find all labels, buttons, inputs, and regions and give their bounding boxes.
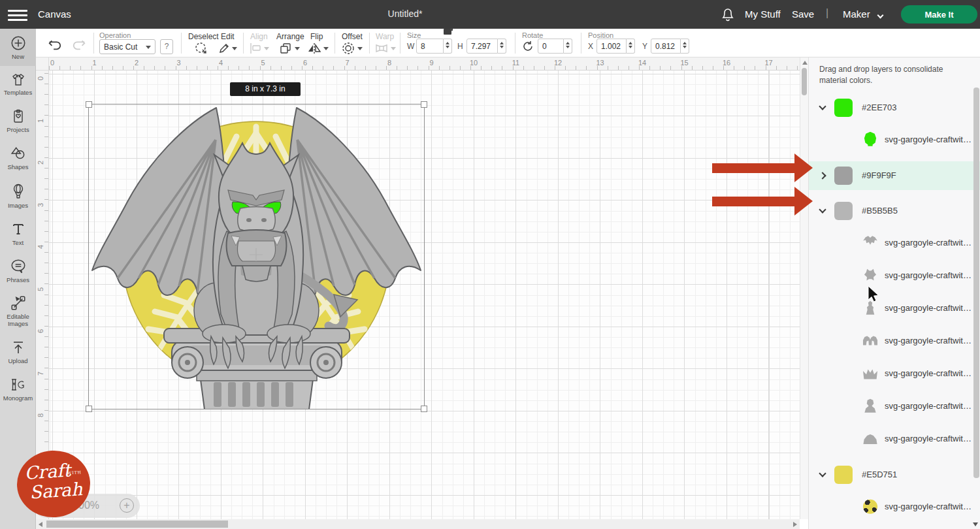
warp-icon[interactable]: [374, 42, 389, 55]
y-input[interactable]: 0.812: [651, 39, 681, 54]
x-stepper[interactable]: [627, 39, 635, 54]
sidebar-item-phrases[interactable]: Phrases: [0, 252, 36, 289]
horizontal-scroll-thumb[interactable]: [46, 521, 228, 528]
deselect-icon[interactable]: [195, 42, 208, 55]
rotate-icon[interactable]: [522, 40, 534, 52]
layer-row[interactable]: svg-gargoyle-craftwithsa...: [809, 261, 980, 291]
flip-icon[interactable]: [307, 42, 321, 55]
layer-name: svg-gargoyle-craftwithsa...: [885, 434, 976, 443]
ruler-number: 3: [174, 59, 184, 67]
ruler-number: 12: [553, 59, 563, 67]
y-stepper[interactable]: [681, 39, 689, 54]
layer-row[interactable]: svg-gargoyle-craftwithsa...: [809, 326, 980, 356]
resize-handle-bottom-right[interactable]: [421, 406, 427, 412]
color-group-row[interactable]: #E5D751: [809, 460, 980, 489]
operation-dropdown[interactable]: Basic Cut: [99, 39, 155, 54]
sidebar-item-monogram[interactable]: Monogram: [0, 370, 36, 408]
scroll-left-arrow-icon[interactable]: [39, 522, 42, 527]
layer-row[interactable]: svg-gargoyle-craftwithsa...: [809, 391, 980, 421]
color-group-row[interactable]: #B5B5B5: [809, 197, 980, 225]
sidebar-item-text[interactable]: Text: [0, 215, 36, 252]
height-stepper[interactable]: [498, 39, 506, 54]
canvas-vertical-scrollbar[interactable]: [800, 57, 808, 519]
document-title[interactable]: Untitled*: [353, 8, 457, 19]
chevron-down-icon[interactable]: [232, 47, 237, 50]
make-it-button[interactable]: Make It: [901, 5, 977, 24]
height-input[interactable]: 7.297: [466, 39, 498, 54]
color-hex-label: #2EE703: [862, 103, 897, 112]
resize-handle-bottom-left[interactable]: [86, 406, 92, 412]
sidebar-item-editable-images[interactable]: Editable Images: [0, 289, 36, 333]
color-swatch[interactable]: [834, 99, 853, 117]
sidebar-item-label: Projects: [1, 127, 35, 134]
design-canvas[interactable]: 8 in x 7.3 in: [49, 71, 800, 519]
zoom-in-icon[interactable]: +: [120, 498, 134, 513]
x-input[interactable]: 1.002: [596, 39, 627, 54]
ruler-number: 4: [37, 242, 47, 252]
notifications-bell-icon[interactable]: [721, 7, 734, 24]
projects-icon: [1, 108, 35, 125]
width-stepper[interactable]: [444, 39, 452, 54]
chevron-down-icon[interactable]: [819, 470, 826, 477]
offset-icon[interactable]: [342, 42, 355, 55]
chevron-down-icon[interactable]: [819, 103, 826, 110]
layer-row[interactable]: svg-gargoyle-craftwithsa...: [809, 424, 980, 454]
sidebar-item-upload[interactable]: Upload: [0, 333, 36, 370]
machine-selector[interactable]: Maker: [843, 8, 883, 20]
resize-handle-top-right[interactable]: [421, 101, 427, 108]
resize-handle-top-left[interactable]: [86, 101, 92, 108]
color-group-row[interactable]: #9F9F9F: [809, 161, 980, 190]
layer-row[interactable]: svg-gargoyle-craftwithsa...: [809, 125, 980, 155]
ruler-number: 17: [764, 59, 774, 67]
layer-row[interactable]: svg-gargoyle-craftwithsa...: [809, 359, 980, 389]
chevron-down-icon[interactable]: [357, 47, 363, 50]
rotate-input[interactable]: 0: [538, 39, 564, 54]
sidebar-item-shapes[interactable]: Shapes: [0, 139, 36, 176]
chevron-down-icon: [391, 47, 396, 50]
color-swatch[interactable]: [834, 466, 853, 484]
undo-icon[interactable]: [48, 38, 62, 51]
edit-pencil-icon[interactable]: [218, 42, 231, 55]
layer-row[interactable]: svg-gargoyle-craftwithsa...: [809, 293, 980, 323]
my-stuff-link[interactable]: My Stuff: [745, 8, 781, 20]
hamburger-menu-icon[interactable]: [8, 7, 27, 22]
panel-scroll-down-icon[interactable]: [973, 522, 978, 526]
chevron-down-icon[interactable]: [295, 47, 300, 50]
lock-aspect-icon[interactable]: [444, 29, 451, 35]
layer-row[interactable]: svg-gargoyle-craftwithsa...: [809, 228, 980, 258]
redo-icon[interactable]: [72, 38, 86, 51]
scroll-right-arrow-icon[interactable]: [793, 522, 797, 527]
canvas-horizontal-scrollbar[interactable]: [36, 519, 800, 529]
panel-scroll-thumb[interactable]: [973, 88, 979, 478]
layer-name: svg-gargoyle-craftwithsa...: [885, 303, 976, 313]
chevron-right-icon[interactable]: [819, 172, 826, 179]
selection-bounding-box[interactable]: [88, 104, 425, 409]
layer-name: svg-gargoyle-craftwithsa...: [885, 368, 976, 378]
color-swatch[interactable]: [834, 167, 853, 185]
scroll-up-arrow-icon[interactable]: [802, 61, 808, 65]
color-hex-label: #E5D751: [862, 470, 897, 479]
chevron-down-icon[interactable]: [323, 47, 329, 50]
save-link[interactable]: Save: [792, 8, 814, 20]
sidebar-item-projects[interactable]: Projects: [0, 102, 36, 139]
sidebar-item-new[interactable]: New: [0, 29, 36, 66]
vertical-scroll-thumb[interactable]: [802, 68, 807, 95]
color-group-row[interactable]: #2EE703: [809, 93, 980, 122]
sidebar-item-templates[interactable]: Templates: [0, 66, 36, 102]
rotate-stepper[interactable]: [564, 39, 572, 54]
layer-row[interactable]: svg-gargoyle-craftwithsa...: [809, 492, 980, 522]
sidebar-item-images[interactable]: Images: [0, 176, 36, 215]
layer-thumbnail: [862, 235, 878, 251]
width-input[interactable]: 8: [416, 39, 444, 54]
arrange-icon[interactable]: [279, 42, 292, 55]
align-label: Align: [250, 32, 268, 41]
layer-name: svg-gargoyle-craftwithsa...: [885, 502, 976, 511]
color-swatch[interactable]: [834, 202, 853, 220]
align-icon[interactable]: [249, 42, 262, 55]
ruler-number: 2: [37, 157, 47, 168]
sidebar-item-label: Phrases: [1, 277, 35, 284]
canvas-menu-label[interactable]: Canvas: [38, 8, 71, 20]
sidebar-item-label: New: [1, 54, 35, 61]
chevron-down-icon[interactable]: [819, 206, 826, 213]
operation-help-button[interactable]: ?: [160, 39, 173, 54]
